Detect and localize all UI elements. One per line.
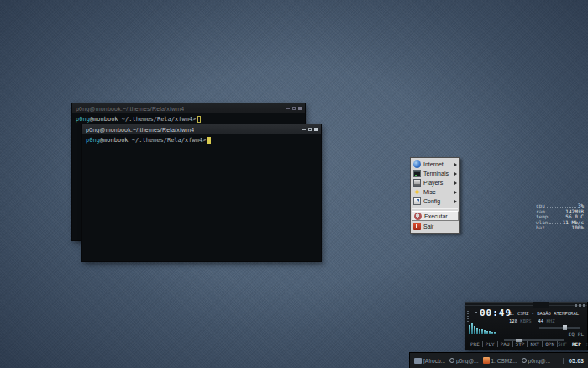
players-icon: [413, 179, 421, 187]
terminal-back-title: p0ng@monbook:~/.themes/Rela/xfwm4: [76, 106, 184, 112]
terminal-icon: [413, 170, 421, 177]
menu-item-config[interactable]: Config: [412, 197, 459, 206]
menu-item-label: Players: [423, 180, 443, 186]
submenu-arrow-icon: [454, 191, 457, 194]
taskbar: [Afrocb... p0ng@... 1. CSMZ... p0ng@... …: [409, 352, 588, 368]
run-icon: [414, 213, 422, 220]
prompt-user: p0ng: [86, 137, 100, 144]
taskbar-item-player[interactable]: 1. CSMZ...: [483, 357, 517, 364]
maximize-icon[interactable]: [308, 128, 312, 131]
menu-item-label: Config: [423, 198, 440, 204]
pause-button[interactable]: PAU: [498, 341, 513, 347]
submenu-arrow-icon: [454, 200, 457, 203]
exit-icon: [413, 223, 421, 230]
eq-pl-toggles: EQ PL: [569, 331, 584, 337]
context-menu: Internet Terminais Players Misc Config E…: [410, 157, 460, 234]
task-label: p0ng@...: [456, 358, 478, 364]
play-button[interactable]: PLY: [483, 341, 498, 347]
playback-time[interactable]: 00:49: [480, 308, 512, 318]
player-icon: [483, 357, 490, 364]
minimize-icon[interactable]: [286, 108, 290, 109]
minimize-icon[interactable]: [302, 129, 306, 130]
prompt-host: @monbook: [90, 116, 118, 123]
samplerate-unit: KHZ: [547, 318, 555, 323]
previous-button[interactable]: PRE: [468, 341, 483, 347]
close-icon[interactable]: [298, 107, 302, 110]
misc-icon: [413, 188, 421, 196]
menu-item-label: Sair: [423, 223, 433, 229]
menu-item-label: Executar: [424, 213, 448, 219]
folder-icon: [414, 358, 422, 364]
taskbar-item-terminal-1[interactable]: p0ng@...: [449, 358, 478, 364]
shuffle-toggle[interactable]: SHF: [558, 341, 567, 347]
submenu-arrow-icon: [454, 163, 457, 166]
close-icon[interactable]: [583, 304, 585, 307]
task-label: 1. CSMZ...: [491, 358, 517, 364]
leader-line: [549, 218, 564, 218]
terminal-cursor: [207, 137, 211, 144]
stat-label: bat: [536, 225, 545, 231]
bitrate-unit: KBPS: [520, 318, 531, 323]
leader-line: [549, 223, 560, 224]
task-label: [Afrocb...: [423, 358, 445, 364]
menu-item-executar[interactable]: Executar: [412, 211, 459, 221]
samplerate-value: 44: [538, 318, 544, 323]
submenu-arrow-icon: [454, 181, 457, 185]
maximize-icon[interactable]: [292, 107, 296, 110]
leader-line: [547, 229, 570, 229]
player-window-controls: [575, 304, 585, 307]
open-button[interactable]: OPN: [543, 341, 558, 347]
close-icon[interactable]: [314, 128, 318, 131]
terminal-front-body[interactable]: p0ng@monbook ~/.themes/Rela/xfwm4>: [82, 134, 321, 147]
window-icon: [449, 358, 454, 363]
music-player[interactable]: 00:49 1. CSMZ - BAGÃO ATEMPORAL (3:32) 1…: [465, 302, 588, 350]
window-controls: [302, 128, 318, 131]
clutterbar[interactable]: [467, 311, 469, 323]
terminal-cursor: [197, 116, 201, 123]
track-title: 1. CSMZ - BAGÃO ATEMPORAL (3:32): [509, 310, 580, 315]
menu-item-misc[interactable]: Misc: [412, 187, 459, 197]
submenu-arrow-icon: [454, 172, 457, 176]
taskbar-item-filemanager[interactable]: [Afrocb...: [414, 358, 445, 364]
equalizer-toggle[interactable]: EQ: [569, 331, 575, 337]
desktop: p0ng@monbook:~/.themes/Rela/xfwm4 p0ng@m…: [0, 0, 588, 368]
prompt-path: ~/.themes/Rela/xfwm4>: [118, 116, 197, 123]
menu-item-players[interactable]: Players: [412, 178, 459, 187]
prompt-path: ~/.themes/Rela/xfwm4>: [129, 137, 207, 144]
taskbar-item-terminal-2[interactable]: p0ng@...: [522, 358, 550, 364]
menu-item-label: Internet: [423, 161, 444, 167]
stream-info: 128 KBPS 44 KHZ: [509, 318, 559, 323]
window-controls: [286, 107, 302, 110]
menu-item-label: Misc: [423, 189, 435, 195]
terminal-window-front[interactable]: p0ng@monbook:~/.themes/Rela/xfwm4 p0ng@m…: [81, 124, 322, 262]
menu-item-sair[interactable]: Sair: [412, 221, 459, 231]
internet-icon: [413, 160, 421, 168]
system-monitor: cpu 3% ram 142MiB temp 56.0 C wlan 11 Mb…: [536, 203, 584, 231]
spectrum-analyzer[interactable]: [469, 323, 496, 334]
terminal-back-titlebar[interactable]: p0ng@monbook:~/.themes/Rela/xfwm4: [72, 103, 305, 113]
prompt-user: p0ng: [76, 116, 90, 123]
playlist-toggle[interactable]: PL: [578, 331, 584, 337]
task-label: p0ng@...: [528, 358, 550, 364]
volume-handle[interactable]: [563, 325, 567, 330]
config-icon: [413, 197, 421, 205]
menu-item-terminais[interactable]: Terminais: [412, 169, 459, 178]
leader-line: [547, 207, 576, 208]
terminal-front-titlebar[interactable]: p0ng@monbook:~/.themes/Rela/xfwm4: [82, 124, 321, 134]
window-icon: [522, 358, 527, 363]
leader-line: [547, 213, 564, 213]
menu-item-internet[interactable]: Internet: [412, 160, 459, 169]
stop-button[interactable]: STP: [513, 341, 528, 347]
transport-controls: PRE PLY PAU STP NXT OPN SHF REP ∷: [468, 341, 585, 347]
prompt-host: @monbook: [100, 137, 129, 144]
clock: 05:03: [563, 358, 584, 364]
volume-slider[interactable]: [539, 327, 580, 329]
terminal-front-title: p0ng@monbook:~/.themes/Rela/xfwm4: [86, 127, 194, 133]
shade-icon[interactable]: [579, 304, 581, 307]
next-button[interactable]: NXT: [528, 341, 543, 347]
stat-value: 100%: [572, 225, 584, 231]
menu-item-label: Terminais: [423, 171, 449, 176]
menu-separator: [412, 208, 458, 209]
repeat-toggle[interactable]: REP: [572, 341, 581, 347]
minimize-icon[interactable]: [575, 304, 577, 307]
